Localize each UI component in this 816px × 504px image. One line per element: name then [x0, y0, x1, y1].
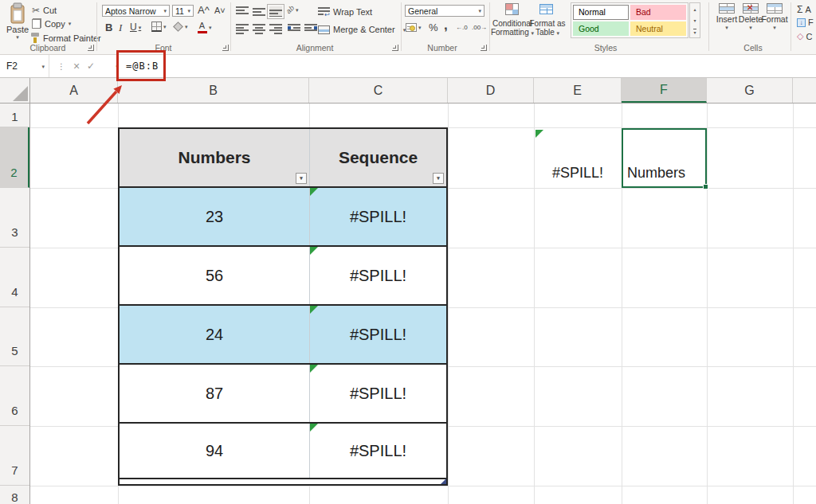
filter-button[interactable]: ▾: [433, 173, 444, 184]
column-header-e[interactable]: E: [534, 78, 622, 103]
chevron-down-icon: ▾: [296, 7, 299, 13]
cell-b3[interactable]: 23: [120, 188, 310, 245]
percent-icon: %: [429, 21, 438, 33]
font-color-button[interactable]: A ▾: [197, 21, 212, 33]
fill-handle[interactable]: [703, 184, 708, 189]
gallery-down-icon[interactable]: ▾: [693, 18, 696, 23]
cell-b4[interactable]: 56: [120, 247, 310, 304]
underline-icon: U: [130, 21, 137, 33]
comma-style-button[interactable]: ,: [444, 18, 448, 33]
middle-align-button[interactable]: [253, 6, 265, 17]
row-header-6[interactable]: 6: [0, 366, 29, 426]
cell-b5[interactable]: 24: [120, 306, 310, 363]
align-right-button[interactable]: [269, 24, 282, 34]
autosum-button[interactable]: Σ A: [797, 4, 811, 15]
gallery-up-icon[interactable]: ▴: [693, 6, 696, 12]
cell-c7[interactable]: #SPILL!: [310, 424, 446, 478]
number-dialog-launcher[interactable]: [481, 45, 487, 51]
orientation-button[interactable]: ab ▾: [286, 6, 299, 14]
formula-bar-handle[interactable]: ⋮: [57, 55, 65, 77]
gallery-scrollbar[interactable]: ▴ ▾ ▾: [689, 2, 700, 38]
row-header-4[interactable]: 4: [0, 248, 29, 307]
cell-c4[interactable]: #SPILL!: [310, 247, 446, 304]
style-neutral[interactable]: Neutral: [630, 21, 686, 37]
delete-cells-icon: ✕: [743, 3, 759, 14]
font-size-combo[interactable]: 11 ▾: [172, 5, 194, 17]
styles-group-label: Styles: [582, 43, 630, 53]
enter-button[interactable]: ✓: [84, 55, 97, 77]
grow-font-button[interactable]: A^: [198, 4, 210, 16]
cell-b6[interactable]: 87: [120, 365, 310, 422]
clipboard-dialog-launcher[interactable]: [88, 45, 94, 51]
borders-button[interactable]: ▾: [151, 21, 167, 32]
underline-button[interactable]: U ▾: [130, 21, 141, 33]
cell-e2[interactable]: #SPILL!: [534, 128, 622, 188]
format-painter-button[interactable]: Format Painter: [30, 33, 101, 43]
cell-c3[interactable]: #SPILL!: [310, 188, 446, 245]
shrink-font-button[interactable]: A˅: [214, 6, 226, 15]
row-header-3[interactable]: 3: [0, 188, 29, 248]
column-header-partial[interactable]: [793, 78, 816, 103]
increase-decimal-button[interactable]: ←.0: [456, 24, 468, 31]
gallery-more-icon[interactable]: ▾: [693, 29, 696, 35]
align-left-button[interactable]: [236, 24, 249, 34]
cell-b7[interactable]: 94: [120, 424, 310, 478]
fill-color-button[interactable]: ▾: [175, 23, 188, 30]
column-header-g[interactable]: G: [707, 78, 793, 103]
header-cell-numbers[interactable]: Numbers ▾: [120, 129, 310, 186]
fill-button[interactable]: ↓ F: [797, 18, 814, 27]
decrease-decimal-button[interactable]: .00→: [472, 24, 487, 31]
cut-button[interactable]: ✂ Cut: [32, 5, 57, 16]
chevron-down-icon: ▾: [478, 8, 481, 14]
delete-cells-button[interactable]: ✕ Delete ▾: [740, 3, 762, 30]
bottom-align-button[interactable]: [269, 6, 282, 17]
insert-function-button[interactable]: [99, 55, 113, 77]
accounting-format-button[interactable]: ▾: [406, 23, 422, 32]
table-header-row: Numbers ▾ Sequence ▾: [120, 129, 446, 188]
copy-button[interactable]: Copy ▾: [32, 18, 71, 29]
table-resize-handle[interactable]: [441, 479, 446, 484]
header-cell-sequence[interactable]: Sequence ▾: [310, 129, 446, 186]
number-format-combo[interactable]: General ▾: [405, 5, 484, 17]
filter-button[interactable]: ▾: [296, 173, 307, 184]
style-normal[interactable]: Normal: [573, 5, 629, 20]
merge-center-button[interactable]: Merge & Center ▾: [318, 25, 406, 34]
row-header-1[interactable]: 1: [0, 104, 29, 127]
name-box[interactable]: F2 ▾: [0, 55, 49, 77]
row-header-5[interactable]: 5: [0, 307, 29, 366]
column-header-c[interactable]: C: [309, 78, 448, 103]
font-dialog-launcher[interactable]: [222, 45, 229, 51]
cell-c5[interactable]: #SPILL!: [310, 306, 446, 363]
style-bad[interactable]: Bad: [630, 5, 686, 20]
bold-button[interactable]: B: [105, 21, 112, 33]
cell-f2-selected[interactable]: Numbers: [622, 128, 707, 188]
cancel-icon: ×: [73, 60, 80, 72]
style-good[interactable]: Good: [573, 21, 629, 37]
font-name-combo[interactable]: Aptos Narrow ▾: [102, 5, 170, 17]
increase-indent-button[interactable]: [304, 24, 317, 34]
column-header-d[interactable]: D: [448, 78, 534, 103]
select-all-corner[interactable]: [0, 78, 30, 104]
align-center-button[interactable]: [253, 24, 265, 34]
alignment-dialog-launcher[interactable]: [392, 45, 398, 51]
italic-button[interactable]: I: [119, 21, 122, 34]
cell-c6[interactable]: #SPILL!: [310, 365, 446, 422]
clear-button[interactable]: ◇ C: [797, 31, 812, 41]
format-as-table-button[interactable]: [539, 4, 553, 14]
insert-cells-button[interactable]: Insert ▾: [716, 3, 738, 30]
row-header-2[interactable]: 2: [0, 127, 29, 188]
top-align-button[interactable]: [236, 6, 249, 17]
format-cells-button[interactable]: Format ▾: [763, 3, 786, 30]
format-as-table-label[interactable]: Format as Table ▾: [529, 19, 566, 37]
column-header-f[interactable]: F: [622, 78, 707, 103]
chevron-down-icon: ▾: [725, 25, 728, 30]
row-header-8[interactable]: 8: [0, 486, 29, 504]
percent-style-button[interactable]: %: [429, 21, 438, 33]
row-header-7[interactable]: 7: [0, 426, 29, 486]
column-header-b[interactable]: B: [118, 78, 309, 103]
cancel-button[interactable]: ×: [70, 55, 83, 77]
wrap-text-button[interactable]: ↩ Wrap Text: [318, 7, 372, 17]
conditional-formatting-button[interactable]: [505, 3, 519, 15]
eraser-icon: ◇: [797, 31, 803, 41]
decrease-indent-button[interactable]: [288, 24, 300, 34]
